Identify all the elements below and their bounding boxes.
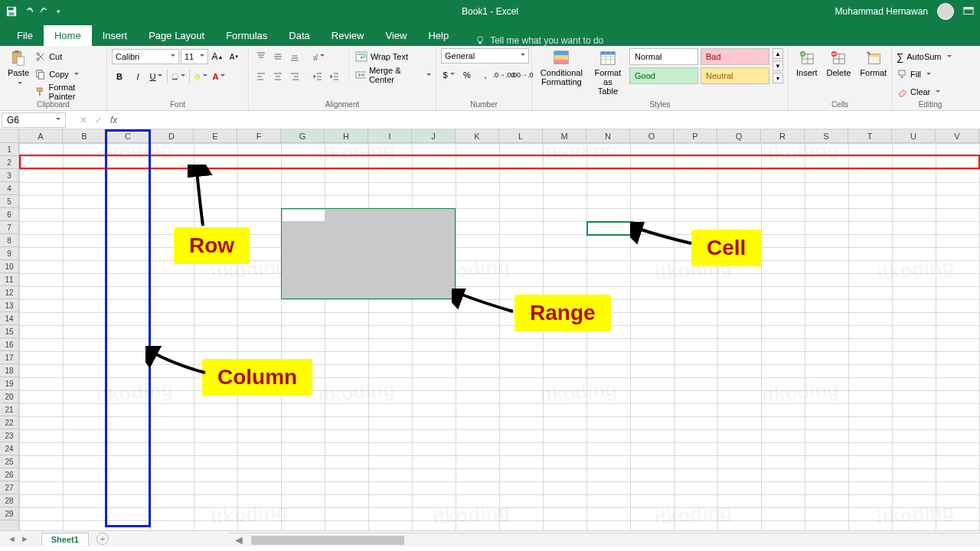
col-header[interactable]: A — [19, 129, 63, 142]
delete-cells-button[interactable]: Delete — [824, 48, 854, 79]
col-header[interactable]: I — [368, 129, 412, 142]
tab-review[interactable]: Review — [321, 25, 375, 46]
undo-icon[interactable] — [23, 6, 34, 17]
tab-insert[interactable]: Insert — [92, 25, 139, 46]
tab-view[interactable]: View — [374, 25, 417, 46]
underline-button[interactable]: U — [149, 69, 164, 84]
tab-file[interactable]: File — [6, 25, 44, 46]
row-header[interactable]: 17 — [0, 351, 18, 364]
col-header[interactable]: L — [499, 129, 543, 142]
align-bottom-button[interactable] — [287, 49, 302, 64]
font-name-select[interactable]: Calibri — [112, 49, 179, 64]
styles-scroll-up[interactable]: ▲ — [773, 48, 783, 59]
formula-input[interactable] — [125, 112, 980, 128]
col-header[interactable]: V — [936, 129, 979, 142]
increase-indent-button[interactable] — [327, 69, 342, 84]
row-header[interactable]: 6 — [0, 208, 18, 221]
conditional-formatting-button[interactable]: Conditional Formatting — [537, 48, 586, 88]
row-header[interactable]: 16 — [0, 338, 18, 351]
sheet-nav-next-icon[interactable]: ► — [21, 534, 29, 543]
clear-button[interactable]: Clear — [897, 83, 940, 100]
format-cells-button[interactable]: Format — [857, 48, 890, 79]
styles-scroll-down[interactable]: ▼ — [773, 60, 783, 71]
row-header[interactable]: 23 — [0, 429, 18, 442]
comma-format-button[interactable]: , — [478, 67, 493, 83]
row-header[interactable]: 19 — [0, 377, 18, 390]
percent-format-button[interactable]: % — [459, 67, 475, 83]
font-size-select[interactable]: 11 — [181, 49, 208, 64]
row-header[interactable]: 10 — [0, 260, 18, 273]
decrease-decimal-button[interactable]: .00→.0 — [514, 67, 530, 83]
row-header[interactable]: 15 — [0, 325, 18, 338]
horizontal-scrollbar[interactable]: ◄ — [230, 533, 980, 546]
col-header[interactable]: G — [281, 129, 325, 142]
col-header[interactable]: B — [63, 129, 106, 142]
row-header[interactable]: 18 — [0, 364, 18, 377]
scroll-left-icon[interactable]: ◄ — [230, 533, 248, 547]
save-icon[interactable] — [6, 6, 17, 17]
paste-button[interactable]: Paste — [5, 48, 32, 90]
tab-home[interactable]: Home — [44, 25, 92, 46]
qat-customize-icon[interactable]: ▾ — [57, 8, 60, 15]
row-header[interactable]: 8 — [0, 234, 18, 247]
row-header[interactable]: 26 — [0, 468, 18, 481]
number-format-select[interactable]: General — [441, 48, 529, 64]
enter-formula-icon[interactable]: ✓ — [95, 115, 103, 126]
sheet-tab[interactable]: Sheet1 — [41, 533, 89, 546]
row-header[interactable]: 24 — [0, 442, 18, 455]
col-header[interactable]: U — [892, 129, 936, 142]
col-header[interactable]: S — [805, 129, 848, 142]
row-header[interactable]: 20 — [0, 390, 18, 403]
decrease-indent-button[interactable] — [310, 69, 325, 84]
style-neutral[interactable]: Neutral — [701, 67, 769, 84]
fill-color-button[interactable] — [193, 69, 208, 84]
styles-more[interactable]: ▾ — [773, 73, 783, 83]
redo-icon[interactable] — [40, 6, 51, 17]
col-header[interactable]: P — [674, 129, 717, 142]
align-right-button[interactable] — [287, 69, 302, 84]
cancel-formula-icon[interactable]: ✕ — [80, 115, 87, 126]
sheet-nav-prev-icon[interactable]: ◄ — [8, 534, 16, 543]
borders-button[interactable] — [171, 69, 186, 84]
increase-decimal-button[interactable]: .0→.00 — [496, 67, 511, 83]
col-header[interactable]: E — [194, 129, 237, 142]
row-header[interactable]: 27 — [0, 481, 18, 494]
tab-formulas[interactable]: Formulas — [215, 25, 278, 46]
row-header[interactable]: 21 — [0, 403, 18, 416]
increase-font-button[interactable]: A▲ — [210, 49, 225, 64]
insert-cells-button[interactable]: +Insert — [793, 48, 821, 79]
col-header[interactable]: N — [586, 129, 630, 142]
name-box[interactable]: G6 — [2, 112, 66, 128]
col-header[interactable]: O — [630, 129, 674, 142]
tab-page-layout[interactable]: Page Layout — [138, 25, 215, 46]
row-header[interactable]: 22 — [0, 416, 18, 429]
accounting-format-button[interactable]: $ — [441, 67, 456, 83]
ribbon-display-icon[interactable] — [963, 6, 974, 17]
font-color-button[interactable]: A — [211, 69, 227, 84]
row-header[interactable]: 14 — [0, 312, 18, 325]
italic-button[interactable]: I — [130, 69, 145, 84]
tab-help[interactable]: Help — [417, 25, 459, 46]
tab-data[interactable]: Data — [278, 25, 320, 46]
row-header[interactable]: 9 — [0, 247, 18, 260]
row-header[interactable]: 1 — [0, 143, 18, 156]
avatar[interactable] — [937, 3, 954, 20]
row-header[interactable]: 25 — [0, 455, 18, 468]
row-header[interactable]: 28 — [0, 494, 18, 507]
style-normal[interactable]: Normal — [629, 48, 698, 65]
row-header[interactable]: 2 — [0, 156, 18, 169]
col-header[interactable]: T — [848, 129, 892, 142]
fx-icon[interactable]: fx — [110, 115, 117, 126]
align-center-button[interactable] — [270, 69, 286, 84]
row-header[interactable]: 5 — [0, 195, 18, 208]
copy-button[interactable]: Copy — [35, 66, 102, 83]
row-header[interactable]: 11 — [0, 273, 18, 286]
align-left-button[interactable] — [253, 69, 269, 84]
decrease-font-button[interactable]: A▼ — [227, 49, 242, 64]
col-header[interactable]: F — [237, 129, 281, 142]
wrap-text-button[interactable]: Wrap Text — [355, 48, 431, 65]
format-as-table-button[interactable]: Format as Table — [590, 48, 626, 97]
format-painter-button[interactable]: Format Painter — [35, 83, 102, 100]
col-header[interactable]: R — [761, 129, 805, 142]
cut-button[interactable]: Cut — [35, 48, 102, 65]
